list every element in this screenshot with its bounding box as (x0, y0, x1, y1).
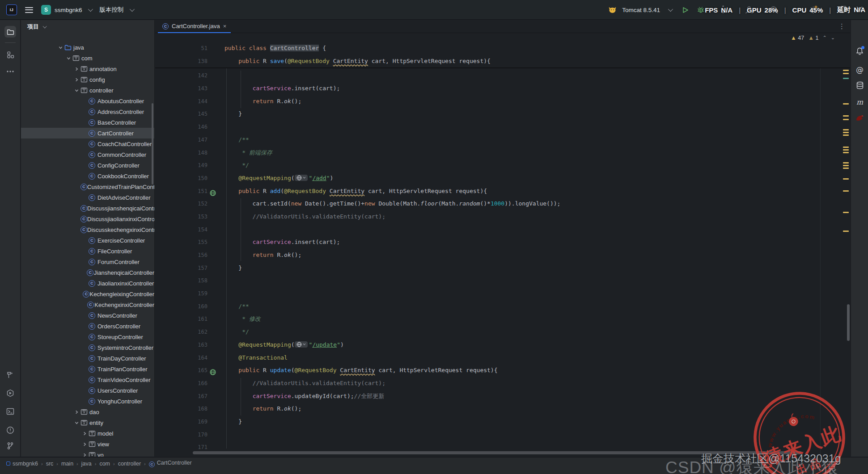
tree-item-KechengleixingController[interactable]: C KechengleixingController (21, 289, 154, 299)
tree-item-CustomizedTrainPlanController[interactable]: C CustomizedTrainPlanController (21, 181, 154, 192)
problems-tool-button[interactable] (4, 424, 16, 436)
inspections-widget[interactable]: ▲ 47 ▲ 1 ⌃ ⌄ (791, 34, 835, 41)
code-viewport[interactable]: ▲ 47 ▲ 1 ⌃ ⌄ 51 public class CartControl… (155, 33, 850, 457)
chevron-down-icon[interactable] (72, 421, 80, 425)
maven-icon[interactable]: m (851, 98, 868, 106)
tree-item-model[interactable]: model (21, 428, 154, 439)
notifications-bell-icon[interactable] (851, 47, 868, 55)
vertical-scrollbar[interactable] (847, 304, 850, 341)
tree-item-dao[interactable]: dao (21, 407, 154, 417)
tree-item-view[interactable]: view (21, 439, 154, 449)
breadcrumb-item-com[interactable]: com (99, 461, 110, 467)
tree-item-CommonController[interactable]: C CommonController (21, 149, 154, 160)
breadcrumb-item-CartController[interactable]: CCartController (149, 460, 192, 467)
stripe-mark[interactable] (843, 147, 849, 148)
tree-item-java[interactable]: java (21, 42, 154, 53)
project-tool-button[interactable] (4, 26, 16, 38)
tree-item-OrdersController[interactable]: C OrdersController (21, 321, 154, 331)
tree-item-AboutusController[interactable]: C AboutusController (21, 96, 154, 106)
tree-item-YonghuController[interactable]: C YonghuController (21, 396, 154, 407)
chevron-right-icon[interactable] (80, 453, 89, 457)
tree-item-DiscussjiaolianxinxiController[interactable]: C DiscussjiaolianxinxiController (21, 214, 154, 224)
tree-item-com[interactable]: com (21, 53, 154, 63)
tree-item-DietAdviseController[interactable]: C DietAdviseController (21, 192, 154, 203)
tree-item-BaseController[interactable]: C BaseController (21, 117, 154, 128)
project-widget[interactable]: S ssmbgnk6 (41, 5, 92, 15)
tree-item-ForumController[interactable]: C ForumController (21, 256, 154, 267)
project-panel-header[interactable]: 项目 (21, 20, 154, 34)
tree-item-entity[interactable]: entity (21, 417, 154, 428)
chevron-down-icon[interactable] (64, 56, 72, 60)
tree-item-controller[interactable]: controller (21, 85, 154, 96)
endpoint-globe-icon[interactable] (295, 341, 308, 348)
tree-item-CoachChatController[interactable]: C CoachChatController (21, 138, 154, 149)
stripe-mark[interactable] (843, 231, 849, 232)
chevron-right-icon[interactable] (72, 410, 80, 414)
prev-problem-icon[interactable]: ⌃ (823, 35, 827, 41)
debug-button[interactable] (697, 6, 704, 13)
tree-item-DiscussjianshenqicaiController[interactable]: C DiscussjianshenqicaiController (21, 203, 154, 214)
tab-close-icon[interactable]: × (223, 23, 227, 29)
chevron-right-icon[interactable] (80, 442, 89, 446)
horizontal-scrollbar[interactable] (193, 451, 802, 454)
stripe-mark[interactable] (843, 190, 849, 192)
stripe-mark[interactable] (843, 73, 849, 74)
chevron-down-icon[interactable] (56, 46, 64, 50)
stripe-mark[interactable] (843, 119, 849, 120)
tree-item-TrainPlanController[interactable]: C TrainPlanController (21, 364, 154, 374)
terminal-tool-button[interactable] (4, 406, 16, 417)
stripe-mark[interactable] (843, 132, 849, 133)
stripe-mark[interactable] (843, 70, 849, 71)
tree-item-CartController[interactable]: C CartController (21, 128, 154, 138)
tree-item-NewsController[interactable]: C NewsController (21, 310, 154, 321)
chevron-right-icon[interactable] (80, 432, 89, 436)
main-menu-icon[interactable] (25, 7, 33, 13)
tree-item-JianshenqicaiController[interactable]: C JianshenqicaiController (21, 267, 154, 278)
services-tool-button[interactable] (4, 387, 16, 399)
ai-assistant-icon[interactable]: @ (851, 65, 868, 74)
tree-item-config[interactable]: config (21, 74, 154, 85)
tree-item-KechengxinxiController[interactable]: C KechengxinxiController (21, 299, 154, 310)
breadcrumb-item-main[interactable]: main (61, 461, 73, 467)
tree-item-StoreupController[interactable]: C StoreupController (21, 331, 154, 342)
stripe-mark[interactable] (843, 168, 849, 169)
plugin-red-icon[interactable] (851, 114, 868, 122)
endpoint-globe-icon[interactable] (295, 175, 308, 181)
stripe-mark[interactable] (843, 165, 849, 166)
run-configuration[interactable]: Tomcat 8.5.41 (622, 7, 660, 13)
tree-item-DiscusskechengxinxiController[interactable]: C DiscusskechengxinxiController (21, 224, 154, 235)
stripe-mark[interactable] (843, 129, 849, 130)
tree-item-JiaolianxinxiController[interactable]: C JiaolianxinxiController (21, 278, 154, 289)
stripe-mark[interactable] (843, 78, 849, 79)
tree-item-SystemintroController[interactable]: C SystemintroController (21, 342, 154, 353)
stripe-mark[interactable] (843, 152, 849, 153)
breadcrumb-item-controller[interactable]: controller (118, 461, 141, 467)
database-icon[interactable] (851, 81, 868, 90)
run-button[interactable] (682, 7, 689, 13)
tree-item-vo[interactable]: vo (21, 449, 154, 457)
project-tree-scrollbar[interactable] (152, 103, 153, 185)
stripe-mark[interactable] (843, 178, 849, 180)
build-tool-button[interactable] (4, 369, 16, 381)
stripe-mark[interactable] (843, 162, 849, 164)
structure-tool-button[interactable] (4, 49, 16, 60)
git-tool-button[interactable] (4, 440, 16, 452)
tree-item-CookbookController[interactable]: C CookbookController (21, 171, 154, 181)
stripe-mark[interactable] (843, 212, 849, 213)
chevron-right-icon[interactable] (72, 78, 80, 82)
tree-item-ExerciseController[interactable]: C ExerciseController (21, 235, 154, 246)
chevron-right-icon[interactable] (72, 67, 80, 71)
stripe-mark[interactable] (843, 115, 849, 117)
breadcrumb-item-ssmbgnk6[interactable]: ssmbgnk6 (6, 461, 38, 467)
tab-cartcontroller[interactable]: C CartController.java × (158, 20, 231, 33)
tree-item-ConfigController[interactable]: C ConfigController (21, 160, 154, 171)
breadcrumb-item-java[interactable]: java (81, 461, 92, 467)
next-problem-icon[interactable]: ⌄ (831, 35, 835, 41)
vcs-widget[interactable]: 版本控制 (100, 6, 133, 14)
stripe-mark[interactable] (843, 103, 849, 105)
chevron-down-icon[interactable] (72, 88, 80, 92)
tree-item-TrainDayController[interactable]: C TrainDayController (21, 353, 154, 364)
tree-item-AddressController[interactable]: C AddressController (21, 106, 154, 117)
tree-item-TrainVideoController[interactable]: C TrainVideoController (21, 374, 154, 385)
stripe-mark[interactable] (843, 134, 849, 136)
